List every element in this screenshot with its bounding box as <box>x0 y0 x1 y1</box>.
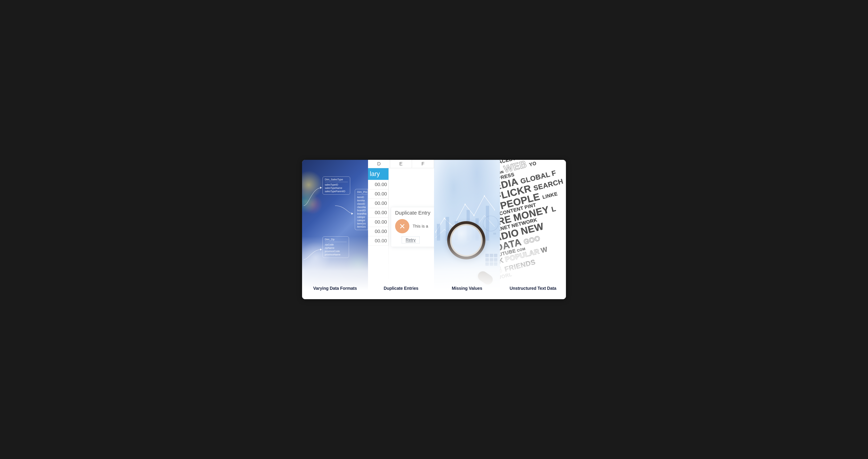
svg-point-4 <box>473 215 474 217</box>
error-x-icon <box>395 219 409 233</box>
dialog-message: This is a <box>413 224 428 229</box>
svg-point-1 <box>444 218 444 219</box>
panel-missing-values: 68 Missing Values <box>434 160 500 299</box>
sheet-cells: 00.00 00.00 00.00 00.00 00.00 00.00 00.0… <box>368 180 389 246</box>
svg-rect-7 <box>437 224 440 240</box>
grid-icon <box>485 254 497 266</box>
schema-connectors <box>302 160 368 299</box>
card-row: Dim_SalesType salesTypeID salesTypeName … <box>302 160 566 299</box>
col-header: E <box>390 160 412 168</box>
gauge-value: 68 <box>493 232 496 235</box>
sheet-cell: 00.00 <box>368 190 389 199</box>
retry-button[interactable]: Retry <box>402 237 420 243</box>
panel1-art: Dim_SalesType salesTypeID salesTypeName … <box>302 160 368 299</box>
sheet-column-headers: D E F <box>368 160 434 168</box>
sheet-cell: 00.00 <box>368 227 389 236</box>
duplicate-entry-dialog: Duplicate Entry This is a Retry <box>391 207 434 247</box>
panel-caption: Unstructured Text Data <box>500 286 566 291</box>
dialog-title: Duplicate Entry <box>395 210 434 216</box>
svg-point-3 <box>465 204 465 205</box>
panel-caption: Missing Values <box>434 286 500 291</box>
sheet-cell: 00.00 <box>368 180 389 190</box>
sheet-cell: 00.00 <box>368 199 389 208</box>
sheet-header-fragment: lary <box>368 168 389 180</box>
sheet-cell: 00.00 <box>368 236 389 246</box>
col-header: D <box>368 160 390 168</box>
wordcloud-word: F <box>551 169 557 177</box>
col-header: F <box>412 160 434 168</box>
wordcloud-word: YO <box>529 161 537 167</box>
word-cloud: NEWSSOCIALGOOGLE+FACEBOOKDATCOMMUNICATIO… <box>500 160 566 299</box>
panel4-art: NEWSSOCIALGOOGLE+FACEBOOKDATCOMMUNICATIO… <box>500 160 566 299</box>
panel-caption: Duplicate Entries <box>368 286 434 291</box>
sheet-cell: 00.00 <box>368 208 389 218</box>
panel-varying-data-formats: Dim_SalesType salesTypeID salesTypeName … <box>302 160 368 299</box>
wordcloud-word: W <box>540 246 548 254</box>
panel-caption: Varying Data Formats <box>302 286 368 291</box>
wordcloud-word: L <box>551 205 557 213</box>
magnifier-lens-icon <box>447 221 485 259</box>
sheet-cell: 00.00 <box>368 218 389 227</box>
gauge-ring <box>483 216 499 231</box>
panel2-art: D E F lary 00.00 00.00 00.00 00.00 00.00… <box>368 160 434 299</box>
panel-duplicate-entries: D E F lary 00.00 00.00 00.00 00.00 00.00… <box>368 160 434 299</box>
panel3-art: 68 <box>434 160 500 299</box>
svg-point-5 <box>484 195 485 197</box>
panel-unstructured-text-data: NEWSSOCIALGOOGLE+FACEBOOKDATCOMMUNICATIO… <box>500 160 566 299</box>
